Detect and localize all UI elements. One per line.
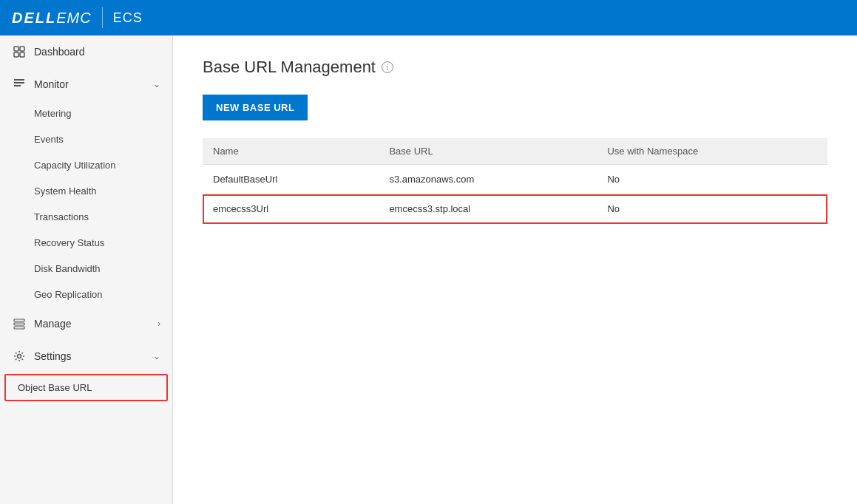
main-content: Base URL Management i NEW BASE URL Name … (173, 35, 857, 504)
svg-rect-6 (14, 85, 21, 86)
sidebar-item-manage[interactable]: Manage › (0, 307, 172, 340)
sidebar-sub-health[interactable]: System Health (0, 178, 172, 204)
dashboard-icon (12, 44, 27, 59)
col-namespace: Use with Namespace (597, 138, 827, 165)
new-base-url-button[interactable]: NEW BASE URL (203, 95, 308, 120)
col-name: Name (203, 138, 379, 165)
svg-rect-2 (14, 52, 18, 57)
svg-rect-3 (20, 52, 24, 57)
top-nav: DELLEMC ECS (0, 0, 857, 35)
table-row[interactable]: DefaultBaseUrls3.amazonaws.comNo (203, 165, 827, 194)
sidebar-item-dashboard[interactable]: Dashboard (0, 35, 172, 68)
sidebar-sub-disk[interactable]: Disk Bandwidth (0, 256, 172, 282)
settings-label: Settings (34, 350, 153, 362)
object-base-url-label: Object Base URL (18, 382, 92, 393)
sidebar-sub-object-base-url[interactable]: Object Base URL (4, 374, 168, 401)
cell-base-url: s3.amazonaws.com (379, 165, 597, 194)
sidebar-sub-transactions[interactable]: Transactions (0, 204, 172, 230)
manage-chevron: › (157, 319, 160, 329)
svg-rect-8 (14, 323, 24, 325)
sidebar-sub-recovery[interactable]: Recovery Status (0, 230, 172, 256)
monitor-chevron: ⌄ (153, 79, 160, 89)
sidebar: Dashboard Monitor ⌄ Metering Events Capa… (0, 35, 173, 504)
dashboard-label: Dashboard (34, 46, 160, 58)
product-name: ECS (113, 10, 143, 26)
cell-base-url: emcecss3.stp.local (379, 194, 597, 224)
col-base-url: Base URL (379, 138, 597, 165)
settings-icon (12, 349, 27, 364)
sidebar-sub-geo[interactable]: Geo Replication (0, 282, 172, 307)
main-layout: Dashboard Monitor ⌄ Metering Events Capa… (0, 35, 857, 504)
page-title: Base URL Management i (203, 58, 827, 77)
base-url-table: Name Base URL Use with Namespace Default… (203, 138, 827, 224)
cell-use-namespace: No (597, 194, 827, 224)
svg-point-10 (18, 355, 21, 358)
manage-label: Manage (34, 318, 157, 330)
monitor-label: Monitor (34, 78, 153, 90)
sidebar-sub-metering[interactable]: Metering (0, 101, 172, 126)
cell-use-namespace: No (597, 165, 827, 194)
monitor-icon (12, 77, 27, 92)
settings-chevron: ⌄ (153, 351, 160, 361)
svg-rect-1 (20, 47, 24, 51)
cell-name: emcecss3Url (203, 194, 379, 224)
table-row[interactable]: emcecss3Urlemcecss3.stp.localNo (203, 194, 827, 224)
svg-rect-4 (14, 79, 24, 81)
sidebar-sub-capacity[interactable]: Capacity Utilization (0, 152, 172, 178)
cell-name: DefaultBaseUrl (203, 165, 379, 194)
svg-rect-7 (14, 319, 24, 321)
svg-rect-5 (14, 82, 24, 84)
dell-text: DELL (12, 10, 56, 27)
svg-rect-0 (14, 47, 18, 51)
manage-icon (12, 316, 27, 331)
sidebar-item-settings[interactable]: Settings ⌄ (0, 340, 172, 372)
table-header-row: Name Base URL Use with Namespace (203, 138, 827, 165)
table-body: DefaultBaseUrls3.amazonaws.comNoemcecss3… (203, 165, 827, 224)
sidebar-sub-events[interactable]: Events (0, 126, 172, 152)
nav-divider (102, 7, 103, 28)
brand-logo: DELLEMC (12, 10, 92, 27)
info-icon[interactable]: i (382, 61, 393, 73)
svg-rect-9 (14, 327, 24, 329)
sidebar-item-monitor[interactable]: Monitor ⌄ (0, 68, 172, 101)
emc-text: EMC (56, 10, 91, 27)
